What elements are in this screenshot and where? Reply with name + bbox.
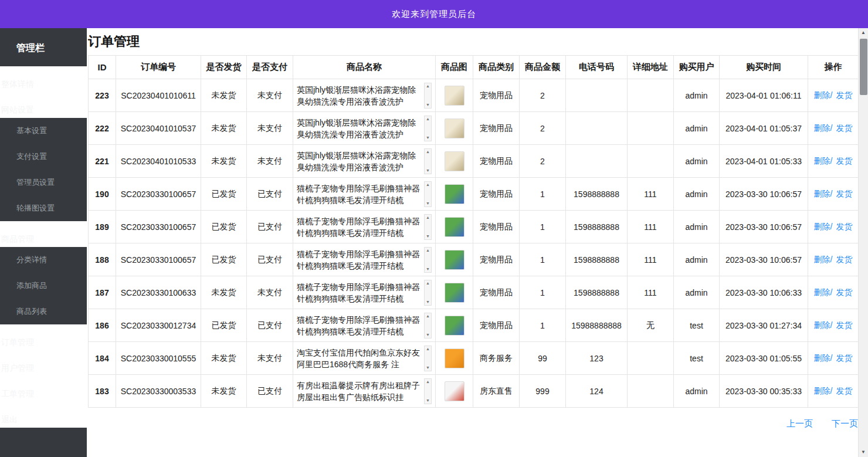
action-separator: /: [830, 320, 833, 330]
scroll-down-icon[interactable]: ▼: [426, 398, 430, 404]
sidebar-item-site-settings[interactable]: 网站设置: [0, 92, 87, 118]
scroll-up-icon[interactable]: ▲: [426, 248, 430, 253]
delete-link[interactable]: 删除: [814, 287, 830, 297]
scroll-down-icon[interactable]: ▼: [426, 365, 430, 371]
delete-link[interactable]: 删除: [814, 222, 830, 231]
purchase-time: 2023-04-01 01:05:37: [720, 112, 808, 145]
sidebar-item-admin-settings[interactable]: 管理员设置: [0, 170, 87, 195]
product-name-scrollbar[interactable]: ▲▼: [424, 214, 432, 240]
delete-link[interactable]: 删除: [814, 189, 830, 198]
product-name-box: 英国jhly银渐层猫咪沐浴露宠物除臭幼猫洗澡专用浴液香波洗护▲▼: [297, 83, 432, 109]
product-name-scrollbar[interactable]: ▲▼: [424, 148, 432, 174]
product-name-scrollbar[interactable]: ▲▼: [424, 83, 432, 109]
delete-link[interactable]: 删除: [814, 156, 830, 165]
order-number: SC20230330100657: [116, 178, 201, 211]
sidebar-item-add-product[interactable]: 添加商品: [0, 273, 87, 299]
scroll-up-icon[interactable]: ▲: [426, 116, 430, 122]
product-name-box: 英国jhly银渐层猫咪沐浴露宠物除臭幼猫洗澡专用浴液香波洗护▲▼: [297, 116, 432, 141]
purchase-time: 2023-04-01 01:06:11: [720, 79, 808, 112]
product-amount: 2: [520, 145, 566, 178]
buyer-user: admin: [674, 112, 720, 145]
scroll-up-icon[interactable]: ▲: [426, 280, 430, 286]
column-header: 商品类别: [473, 56, 520, 79]
product-name-text: 猫梳子宠物专用除浮毛刷撸猫神器针梳狗狗猫咪毛发清理开结梳: [297, 182, 422, 206]
product-name-scrollbar[interactable]: ▲▼: [424, 247, 432, 273]
scroll-down-icon[interactable]: ▼: [426, 168, 430, 174]
taobao-service-thumb: [445, 348, 464, 368]
scroll-down-icon[interactable]: ▼: [426, 299, 430, 305]
order-number: SC20230330100633: [116, 276, 201, 309]
ship-link[interactable]: 发货: [836, 156, 852, 165]
scroll-down-icon[interactable]: ▼: [426, 102, 430, 108]
table-row: 189SC20230330100657已发货已支付猫梳子宠物专用除浮毛刷撸猫神器…: [89, 211, 859, 243]
phone-number: 1598888888: [566, 276, 628, 309]
cat-comb-thumb: [445, 250, 464, 270]
scroll-up-icon[interactable]: ▲: [426, 182, 430, 188]
scroll-up-icon[interactable]: ▲: [426, 149, 430, 155]
purchase-time: 2023-04-01 01:05:33: [720, 145, 808, 178]
scroll-up-icon[interactable]: ▲: [859, 28, 868, 38]
scroll-up-icon[interactable]: ▲: [426, 313, 430, 319]
ship-link[interactable]: 发货: [836, 353, 852, 363]
scroll-up-icon[interactable]: ▲: [426, 346, 430, 352]
product-name-scrollbar[interactable]: ▲▼: [424, 181, 432, 207]
sidebar: 管理栏 整体详情网站设置基本设置支付设置管理员设置轮播图设置商品管理分类详情添加…: [0, 28, 87, 457]
product-name-cell: 猫梳子宠物专用除浮毛刷撸猫神器针梳狗狗猫咪毛发清理开结梳▲▼: [293, 243, 436, 276]
delete-link[interactable]: 删除: [814, 123, 830, 133]
sidebar-item-overview[interactable]: 整体详情: [0, 66, 87, 92]
order-id: 183: [89, 375, 116, 408]
next-page-link[interactable]: 下一页: [832, 418, 858, 429]
order-id: 187: [89, 276, 116, 309]
phone-number: 124: [566, 375, 628, 408]
scrollbar-thumb[interactable]: [860, 39, 867, 95]
scroll-down-icon[interactable]: ▼: [426, 135, 430, 141]
sidebar-item-carousel-settings[interactable]: 轮播图设置: [0, 195, 87, 221]
ship-link[interactable]: 发货: [836, 123, 852, 133]
sidebar-item-ticket-management[interactable]: 工单管理: [0, 376, 87, 402]
delete-link[interactable]: 删除: [814, 353, 830, 363]
delete-link[interactable]: 删除: [814, 320, 830, 330]
page-scrollbar[interactable]: ▲ ▼: [858, 28, 868, 457]
delete-link[interactable]: 删除: [814, 90, 830, 100]
scroll-down-icon[interactable]: ▼: [426, 332, 430, 338]
product-name-cell: 猫梳子宠物专用除浮毛刷撸猫神器针梳狗狗猫咪毛发清理开结梳▲▼: [293, 309, 436, 342]
sidebar-item-user-management[interactable]: 用户管理: [0, 350, 87, 376]
order-number: SC20230330100657: [116, 211, 201, 243]
sidebar-item-logout[interactable]: 退出: [0, 402, 87, 428]
sidebar-item-product-list[interactable]: 商品列表: [0, 299, 87, 324]
delete-link[interactable]: 删除: [814, 386, 830, 395]
prev-page-link[interactable]: 上一页: [786, 418, 813, 429]
ship-status: 未发货: [201, 112, 247, 145]
ship-status: 已发货: [201, 211, 247, 243]
scroll-down-icon[interactable]: ▼: [426, 266, 430, 272]
product-name-box: 猫梳子宠物专用除浮毛刷撸猫神器针梳狗狗猫咪毛发清理开结梳▲▼: [297, 181, 432, 207]
ship-link[interactable]: 发货: [836, 287, 852, 297]
detail-address: 111: [628, 243, 674, 276]
product-name-scrollbar[interactable]: ▲▼: [424, 116, 432, 141]
pagination: 上一页 下一页: [88, 418, 858, 429]
product-name-scrollbar[interactable]: ▲▼: [424, 346, 432, 371]
ship-link[interactable]: 发货: [836, 386, 852, 395]
delete-link[interactable]: 删除: [814, 255, 830, 264]
sidebar-item-payment-settings[interactable]: 支付设置: [0, 144, 87, 170]
column-header: 商品金额: [520, 56, 566, 79]
scroll-up-icon[interactable]: ▲: [426, 83, 430, 89]
product-name-scrollbar[interactable]: ▲▼: [424, 378, 432, 404]
ship-link[interactable]: 发货: [836, 222, 852, 231]
scroll-down-icon[interactable]: ▼: [426, 201, 430, 207]
product-name-scrollbar[interactable]: ▲▼: [424, 313, 432, 338]
scroll-up-icon[interactable]: ▲: [426, 215, 430, 221]
ship-link[interactable]: 发货: [836, 255, 852, 264]
product-name-scrollbar[interactable]: ▲▼: [424, 280, 432, 306]
product-image-cell: [436, 342, 473, 375]
product-category: 房东直售: [473, 375, 520, 408]
ship-link[interactable]: 发货: [836, 320, 852, 330]
scroll-down-icon[interactable]: ▼: [859, 448, 868, 457]
detail-address: [628, 79, 674, 112]
ship-link[interactable]: 发货: [836, 189, 852, 198]
sidebar-item-order-management[interactable]: 订单管理: [0, 324, 87, 350]
sidebar-item-product-management[interactable]: 商品管理: [0, 221, 87, 247]
scroll-up-icon[interactable]: ▲: [426, 379, 430, 385]
scroll-down-icon[interactable]: ▼: [426, 233, 430, 239]
ship-link[interactable]: 发货: [836, 90, 852, 100]
